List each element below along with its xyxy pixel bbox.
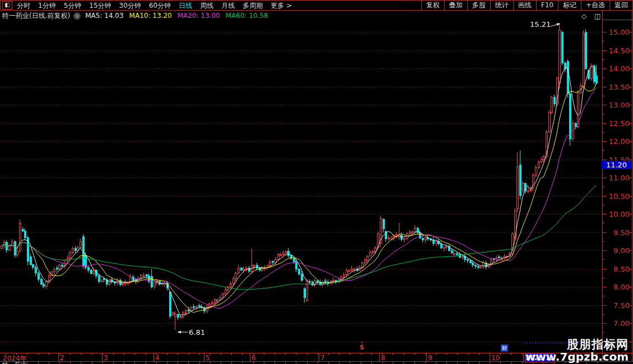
- corner-icons[interactable]: ◇ ◫: [581, 12, 603, 20]
- sell-signal-marker: ↑ S: [360, 341, 364, 350]
- y-axis-label: 7.00: [602, 319, 630, 328]
- period-tab-多周期[interactable]: 多周期: [243, 1, 263, 10]
- stock-chart-app: { "top_bar": { "window_icon": "◧", "left…: [0, 0, 633, 364]
- y-axis-label: 9.50: [602, 228, 630, 237]
- tool-button-+自选[interactable]: +自选: [581, 1, 609, 10]
- tool-button-复权[interactable]: 复权: [421, 1, 444, 10]
- low-price-annotation: 6.81: [189, 328, 205, 337]
- x-axis-month-label: 3: [104, 354, 108, 362]
- high-annotation-arrow: [551, 23, 560, 26]
- high-price-annotation: 15.21: [530, 20, 551, 29]
- x-axis-month-label: 6: [252, 354, 256, 362]
- stock-title: 特一药业(日线.前复权): [2, 11, 70, 21]
- top-toolbar: ◧ 分时1分钟5分钟15分钟30分钟60分钟日线周线月线多周期更多 > 复权叠加…: [0, 0, 633, 11]
- ma-label: MA20: 13.00: [178, 12, 220, 20]
- period-tab-15分钟[interactable]: 15分钟: [89, 1, 111, 10]
- x-axis-month-label: 7: [320, 354, 325, 362]
- y-axis-label: 12.00: [602, 137, 630, 146]
- tool-button-返回[interactable]: 返回: [609, 1, 632, 10]
- axes: [0, 11, 633, 363]
- ma-label: MA60: 10.58: [226, 12, 268, 20]
- window-layout-icon[interactable]: ◧: [2, 1, 12, 10]
- period-tab-30分钟[interactable]: 30分钟: [119, 1, 141, 10]
- candles-layer: [1, 24, 597, 330]
- low-annotation-arrow: [178, 331, 188, 334]
- watermark: 股朋指标网 www.7gpzb.com: [525, 338, 629, 363]
- chevron-down-icon[interactable]: ∨: [73, 12, 81, 20]
- period-tab-5分钟[interactable]: 5分钟: [64, 1, 82, 10]
- grid-lines: [0, 32, 602, 342]
- y-axis-label: 15.00: [602, 28, 630, 36]
- x-axis-month-label: 9: [428, 354, 432, 362]
- y-axis-label: 10.50: [602, 192, 630, 200]
- y-axis-label: 7.50: [602, 301, 630, 310]
- title-row: 特一药业(日线.前复权) ∨ MA5: 14.03MA10: 13.20MA20…: [0, 11, 599, 21]
- x-axis-month-label: 10: [491, 354, 500, 362]
- x-axis-month-label: 8: [381, 354, 385, 362]
- x-axis-month-label: 4: [155, 354, 160, 362]
- watermark-url: www.7gpzb.com: [525, 351, 629, 363]
- y-axis-label: 8.50: [602, 265, 630, 273]
- next-pane-clipped-text: 特一药业: [2, 362, 27, 364]
- ma-legend: MA5: 14.03MA10: 13.20MA20: 13.00MA60: 10…: [85, 12, 274, 20]
- period-tab-月线[interactable]: 月线: [221, 1, 235, 10]
- tool-buttons: 复权叠加多股统计画线F10标记+自选返回: [421, 1, 632, 10]
- tool-button-画线[interactable]: 画线: [513, 1, 536, 10]
- ma-label: MA10: 13.20: [129, 12, 172, 20]
- current-price-tag: 11.20: [602, 161, 631, 169]
- period-tab-更多 >[interactable]: 更多 >: [271, 1, 292, 10]
- y-axis-label: 14.50: [602, 46, 630, 55]
- y-axis-label: 11.00: [602, 174, 630, 182]
- ma10-line: [1, 84, 596, 312]
- period-tab-60分钟[interactable]: 60分钟: [149, 1, 171, 10]
- tool-button-多股[interactable]: 多股: [467, 1, 490, 10]
- y-axis-label: 13.50: [602, 83, 630, 91]
- y-axis-label: 8.00: [602, 283, 630, 291]
- y-axis-label: 9.00: [602, 246, 630, 255]
- period-tabs: 分时1分钟5分钟15分钟30分钟60分钟日线周线月线多周期更多 >: [17, 1, 300, 10]
- watermark-site-name: 股朋指标网: [525, 338, 629, 351]
- y-axis-label: 13.00: [602, 101, 630, 109]
- x-axis-month-label: 2: [60, 354, 64, 362]
- y-axis-label: 12.50: [602, 119, 630, 128]
- period-tab-日线[interactable]: 日线: [179, 1, 192, 10]
- y-axis-label: 14.00: [602, 64, 630, 73]
- candlestick-chart[interactable]: [0, 0, 633, 364]
- tool-button-统计[interactable]: 统计: [490, 1, 513, 10]
- ma-label: MA5: 14.03: [85, 12, 123, 20]
- tool-button-叠加[interactable]: 叠加: [444, 1, 467, 10]
- tool-button-标记[interactable]: 标记: [558, 1, 581, 10]
- period-tab-周线[interactable]: 周线: [200, 1, 213, 10]
- period-tab-分时[interactable]: 分时: [17, 1, 30, 10]
- ma5-line: [1, 66, 596, 315]
- tool-button-F10[interactable]: F10: [536, 1, 558, 10]
- y-axis-label: 10.00: [602, 210, 630, 218]
- x-axis-month-label: 5: [206, 354, 210, 362]
- period-tab-1分钟[interactable]: 1分钟: [38, 1, 56, 10]
- financial-report-marker[interactable]: 财: [501, 344, 508, 352]
